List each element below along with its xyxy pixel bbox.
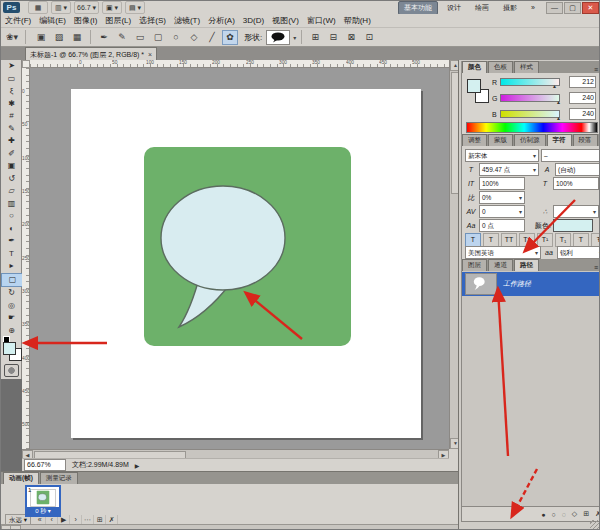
- strikethrough-button[interactable]: Ŧ: [591, 233, 600, 247]
- fill-path-button[interactable]: ●: [541, 511, 545, 518]
- menu-item[interactable]: 图像(I): [70, 15, 102, 26]
- font-family-select[interactable]: 新宋体▾: [465, 149, 539, 162]
- tab-styles[interactable]: 样式: [514, 61, 539, 73]
- red-slider[interactable]: [500, 78, 560, 86]
- blue-slider[interactable]: [500, 110, 560, 118]
- vertical-ruler[interactable]: 050100150200250300350400450500: [22, 68, 30, 449]
- freeform-pen-button[interactable]: ✎: [114, 30, 130, 45]
- maximize-button[interactable]: ▢: [564, 2, 581, 14]
- custom-shape-button[interactable]: ✿: [222, 30, 238, 45]
- delete-frame-button[interactable]: ✗: [106, 515, 118, 524]
- tracking-select[interactable]: 0▾: [479, 205, 525, 218]
- intersect-shape-button[interactable]: ⊠: [343, 30, 359, 45]
- pen-tool[interactable]: ✒: [1, 235, 22, 248]
- screen-mode-icon[interactable]: ▤ ▾: [125, 1, 145, 14]
- workspace-design[interactable]: 设计: [442, 2, 466, 14]
- load-selection-button[interactable]: ◌: [562, 511, 566, 518]
- workspace-painting[interactable]: 绘画: [470, 2, 494, 14]
- panel-menu-icon[interactable]: ≡: [594, 264, 600, 271]
- menu-item[interactable]: 窗口(W): [303, 15, 340, 26]
- new-path-button[interactable]: ⊞: [583, 510, 589, 518]
- green-slider[interactable]: [500, 94, 560, 102]
- stroke-path-button[interactable]: ○: [551, 511, 555, 518]
- language-select[interactable]: 美国英语▾: [465, 246, 541, 259]
- workspace-essentials[interactable]: 基本功能: [398, 1, 438, 15]
- tab-masks[interactable]: 蒙版: [488, 134, 513, 146]
- tool-preset-picker[interactable]: ❀▾: [4, 30, 20, 45]
- path-thumbnail[interactable]: [465, 273, 497, 295]
- tab-clone-source[interactable]: 仿制源: [514, 134, 546, 146]
- menu-item[interactable]: 文件(F): [1, 15, 35, 26]
- 3d-orbit-tool[interactable]: ◎: [1, 300, 22, 313]
- tab-animation-frames[interactable]: 动画(帧): [3, 472, 39, 484]
- custom-shape-preview[interactable]: [266, 30, 290, 45]
- exclude-shape-button[interactable]: ⊡: [361, 30, 377, 45]
- leading-select[interactable]: (自动)▾: [555, 163, 600, 176]
- add-shape-button[interactable]: ⊞: [307, 30, 323, 45]
- make-work-path-button[interactable]: ◇: [572, 510, 577, 518]
- scroll-right-icon[interactable]: ▶: [10, 525, 21, 530]
- green-value-field[interactable]: 240: [569, 92, 596, 104]
- work-path-row[interactable]: 工作路径: [462, 272, 600, 296]
- crop-tool[interactable]: #: [1, 110, 22, 123]
- marquee-tool[interactable]: ▭: [1, 73, 22, 86]
- type-tool[interactable]: T: [1, 248, 22, 261]
- tab-paragraph[interactable]: 段落: [573, 134, 598, 146]
- horizontal-scrollbar[interactable]: ◀ ▶: [22, 449, 449, 458]
- minimize-button[interactable]: —: [546, 2, 563, 14]
- proportional-spacing-select[interactable]: 0%▾: [479, 191, 525, 204]
- faux-italic-button[interactable]: T: [483, 233, 499, 247]
- subtract-shape-button[interactable]: ⊟: [325, 30, 341, 45]
- vertical-scale-field[interactable]: 100%: [479, 177, 525, 190]
- healing-brush-tool[interactable]: ✚: [1, 135, 22, 148]
- green-rounded-square[interactable]: [144, 147, 351, 346]
- menu-item[interactable]: 编辑(E): [35, 15, 70, 26]
- horizontal-scale-field[interactable]: 100%: [553, 177, 599, 190]
- subscript-button[interactable]: T₁: [555, 233, 571, 247]
- underline-button[interactable]: T: [573, 233, 589, 247]
- dodge-tool[interactable]: ◐: [1, 223, 22, 236]
- antialias-select[interactable]: 锐利▾: [557, 246, 600, 259]
- menu-item[interactable]: 图层(L): [101, 15, 135, 26]
- zoom-level-select[interactable]: 66.7 ▾: [74, 1, 99, 14]
- rounded-rectangle-button[interactable]: ▢: [150, 30, 166, 45]
- clone-stamp-tool[interactable]: ▣: [1, 160, 22, 173]
- status-menu-icon[interactable]: ▶: [135, 462, 140, 469]
- zoom-percentage-field[interactable]: 66.67%: [24, 459, 66, 471]
- blur-tool[interactable]: ○: [1, 210, 22, 223]
- menu-item[interactable]: 3D(D): [239, 16, 268, 25]
- tab-swatches[interactable]: 色板: [488, 61, 513, 73]
- close-button[interactable]: ✕: [582, 2, 599, 14]
- baseline-shift-field[interactable]: 0 点: [479, 219, 525, 232]
- red-value-field[interactable]: 212: [569, 76, 596, 88]
- tab-character[interactable]: 字符: [547, 134, 572, 146]
- lasso-tool[interactable]: ξ: [1, 85, 22, 98]
- launch-bridge-icon[interactable]: ▦: [28, 1, 48, 14]
- menu-item[interactable]: 选择(S): [135, 15, 170, 26]
- frames-scrollbar[interactable]: ◀ ▶: [1, 524, 458, 530]
- slider-handle[interactable]: ▲: [556, 115, 561, 121]
- history-brush-tool[interactable]: ↺: [1, 173, 22, 186]
- all-caps-button[interactable]: TT: [501, 233, 517, 247]
- view-extras-icon[interactable]: ▥ ▾: [51, 1, 71, 14]
- foreground-color-swatch[interactable]: [467, 79, 481, 93]
- gradient-tool[interactable]: ▥: [1, 198, 22, 211]
- canvas-pasteboard[interactable]: [30, 68, 449, 449]
- faux-bold-button[interactable]: T: [465, 233, 481, 247]
- polygon-tool-button[interactable]: ◇: [186, 30, 202, 45]
- tab-measurement-log[interactable]: 测量记录: [40, 472, 78, 484]
- pen-tool-button[interactable]: ✒: [96, 30, 112, 45]
- foreground-color-swatch[interactable]: [3, 342, 16, 355]
- rectangle-tool-button[interactable]: ▭: [132, 30, 148, 45]
- kerning-select[interactable]: ▾: [553, 205, 599, 218]
- fill-pixels-mode-button[interactable]: ▦: [69, 30, 85, 45]
- workspace-photography[interactable]: 摄影: [498, 2, 522, 14]
- resize-grip-icon[interactable]: [590, 520, 600, 530]
- next-frame-button[interactable]: ›: [70, 515, 82, 524]
- animation-frame-1[interactable]: 1 0 秒 ▾: [25, 485, 61, 517]
- duplicate-frame-button[interactable]: ⊞: [94, 515, 106, 524]
- more-workspaces-icon[interactable]: »: [526, 3, 540, 12]
- menu-item[interactable]: 帮助(H): [340, 15, 375, 26]
- paths-mode-button[interactable]: ▨: [51, 30, 67, 45]
- shape-tool[interactable]: ▢: [1, 273, 24, 288]
